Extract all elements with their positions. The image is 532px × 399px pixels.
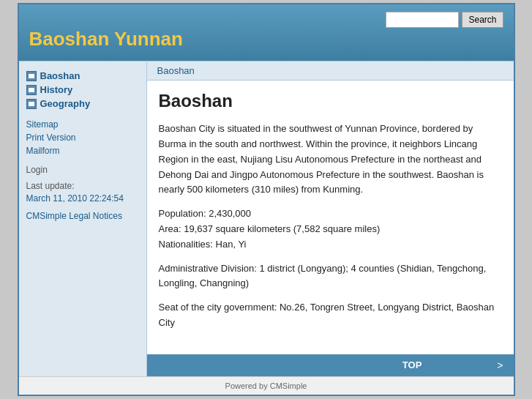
sidebar-item-label: Geography	[40, 98, 91, 109]
sidebar-item-baoshan[interactable]: Baoshan	[26, 69, 139, 83]
sitemap-link[interactable]: Sitemap	[26, 119, 139, 130]
search-input[interactable]	[386, 12, 459, 28]
arrow-icon: >	[497, 359, 503, 371]
top-label[interactable]: TOP	[327, 359, 497, 370]
main-layout: Baoshan History Geography Sitemap Print …	[19, 61, 514, 376]
sidebar-links: Sitemap Print Version Mailform	[26, 119, 139, 156]
sidebar-item-history[interactable]: History	[26, 83, 139, 97]
last-update-value: March 11, 2010 22:24:54	[26, 193, 139, 205]
sidebar-nav: Baoshan History Geography	[26, 69, 139, 111]
page-icon	[26, 85, 37, 95]
page-icon	[26, 71, 37, 81]
content-paragraph-1: Baoshan City is situated in the southwes…	[159, 122, 502, 198]
content-area: Baoshan Baoshan Baoshan City is situated…	[147, 61, 514, 376]
sidebar: Baoshan History Geography Sitemap Print …	[19, 61, 147, 376]
page-title: Baoshan	[159, 91, 502, 111]
powered-by-text: Powered by CMSimple	[225, 381, 307, 390]
breadcrumb: Baoshan	[147, 61, 514, 81]
sidebar-item-geography[interactable]: Geography	[26, 97, 139, 111]
legal-notices-link[interactable]: CMSimple Legal Notices	[26, 211, 139, 221]
site-title: Baoshan Yunnan	[29, 28, 503, 51]
page-wrapper: Search Baoshan Yunnan Baoshan History Ge…	[18, 3, 515, 396]
content-body: Baoshan Baoshan City is situated in the …	[147, 81, 514, 354]
site-header: Search Baoshan Yunnan	[19, 4, 514, 61]
mailform-link[interactable]: Mailform	[26, 146, 139, 156]
search-button[interactable]: Search	[462, 12, 503, 28]
content-paragraph-3: Administrative Division: 1 district (Lon…	[159, 261, 502, 292]
login-label: Login	[26, 165, 139, 175]
sidebar-item-label: Baoshan	[40, 70, 80, 81]
search-area: Search	[386, 12, 503, 28]
sidebar-item-label: History	[40, 84, 73, 95]
last-update-label: Last update:	[26, 181, 139, 191]
page-icon	[26, 99, 37, 109]
bottom-bar: Powered by CMSimple	[19, 376, 514, 395]
content-paragraph-4: Seat of the city government: No.26, Tong…	[159, 300, 502, 331]
content-footer: TOP >	[147, 354, 514, 376]
print-version-link[interactable]: Print Version	[26, 133, 139, 143]
content-paragraph-2: Population: 2,430,000 Area: 19,637 squar…	[159, 206, 502, 252]
